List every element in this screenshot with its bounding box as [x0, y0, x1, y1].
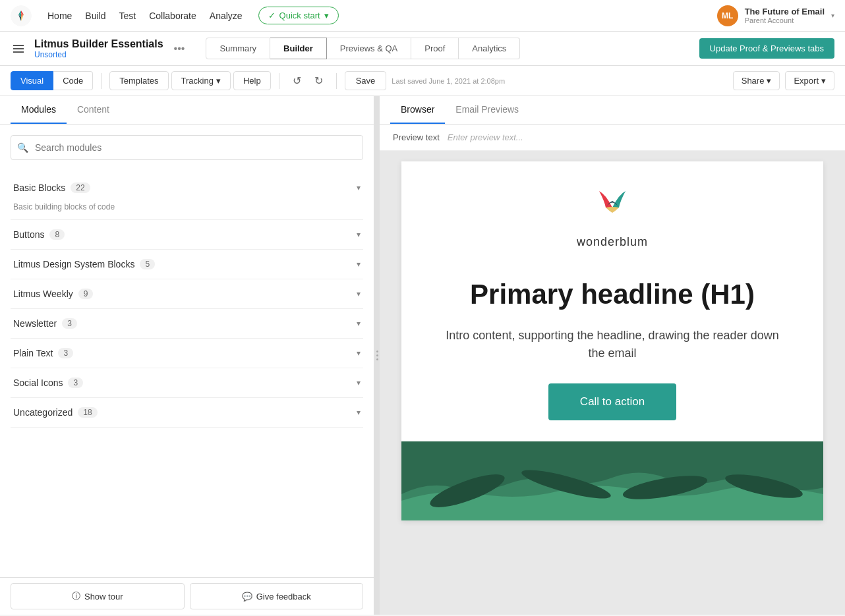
- feedback-icon: 💬: [242, 592, 252, 602]
- modules-tab[interactable]: Modules: [11, 96, 67, 124]
- module-count-plain-text: 3: [58, 348, 73, 358]
- module-group-litmus-design: Litmus Design System Blocks 5 ▾: [11, 250, 363, 279]
- module-group-title-newsletter: Newsletter: [13, 318, 57, 329]
- module-group-title-social-icons: Social Icons: [13, 378, 63, 388]
- tab-summary[interactable]: Summary: [206, 38, 270, 59]
- account-chevron-icon[interactable]: ▾: [831, 12, 834, 19]
- resize-handle[interactable]: [374, 96, 380, 615]
- tab-analytics[interactable]: Analytics: [459, 38, 520, 59]
- main-tabs: Summary Builder Previews & QA Proof Anal…: [206, 38, 520, 59]
- module-group-newsletter: Newsletter 3 ▾: [11, 309, 363, 339]
- doc-title: Litmus Builder Essentials: [34, 38, 163, 50]
- content-tab[interactable]: Content: [67, 96, 120, 124]
- nav-analyze[interactable]: Analyze: [210, 8, 243, 24]
- main-layout: Modules Content 🔍 Basic Blocks 22 ▾ Basi…: [0, 96, 845, 615]
- search-wrap: 🔍: [11, 135, 363, 160]
- right-panel: Browser Email Previews Preview text Ente…: [380, 96, 845, 615]
- update-proof-previews-button[interactable]: Update Proof & Previews tabs: [699, 38, 834, 59]
- help-button[interactable]: Help: [233, 71, 271, 90]
- panel-content: 🔍 Basic Blocks 22 ▾ Basic building block…: [0, 125, 374, 577]
- module-group-header-social-icons[interactable]: Social Icons 3 ▾: [11, 368, 363, 397]
- doc-info: Litmus Builder Essentials Unsorted: [34, 38, 163, 59]
- view-mode-group: Visual Code: [11, 71, 93, 90]
- export-chevron-icon: ▾: [821, 76, 826, 86]
- email-cta-button[interactable]: Call to action: [548, 383, 676, 420]
- module-count-uncategorized: 18: [78, 407, 97, 418]
- right-panel-tabs: Browser Email Previews: [380, 96, 845, 125]
- email-preview: wonderblum Primary headline (H1) Intro c…: [401, 161, 823, 520]
- nav-home[interactable]: Home: [47, 8, 72, 24]
- preview-text-input[interactable]: Enter preview text...: [448, 132, 523, 142]
- email-fern-image: [401, 441, 823, 520]
- module-count-litmus-design: 5: [140, 259, 155, 269]
- share-chevron-icon: ▾: [767, 76, 771, 86]
- module-group-header-plain-text[interactable]: Plain Text 3 ▾: [11, 339, 363, 368]
- module-group-header-litmus-design[interactable]: Litmus Design System Blocks 5 ▾: [11, 250, 363, 279]
- visual-button[interactable]: Visual: [11, 71, 53, 90]
- save-button[interactable]: Save: [345, 71, 387, 90]
- last-saved-text: Last saved June 1, 2021 at 2:08pm: [392, 77, 505, 85]
- module-group-header-litmus-weekly[interactable]: Litmus Weekly 9 ▾: [11, 279, 363, 308]
- give-feedback-button[interactable]: 💬 Give feedback: [190, 583, 364, 609]
- redo-button[interactable]: ↻: [309, 70, 328, 91]
- chevron-down-icon-social-icons: ▾: [357, 378, 361, 387]
- chevron-down-icon-newsletter: ▾: [357, 319, 361, 328]
- module-group-header-basic-blocks[interactable]: Basic Blocks 22 ▾: [11, 173, 363, 202]
- code-button[interactable]: Code: [53, 71, 93, 90]
- tab-previews-qa[interactable]: Previews & QA: [327, 38, 411, 59]
- module-group-plain-text: Plain Text 3 ▾: [11, 339, 363, 368]
- chevron-down-icon: ▾: [324, 11, 329, 20]
- second-row: Litmus Builder Essentials Unsorted ••• S…: [0, 32, 845, 66]
- tour-icon: ⓘ: [72, 590, 80, 602]
- doc-subtitle[interactable]: Unsorted: [34, 50, 163, 59]
- preview-text-label: Preview text: [393, 132, 440, 142]
- nav-links: Home Build Test Collaborate Analyze: [47, 8, 243, 24]
- module-group-title-basic-blocks: Basic Blocks: [13, 182, 65, 193]
- chevron-down-icon-litmus-weekly: ▾: [357, 289, 361, 298]
- module-group-uncategorized: Uncategorized 18 ▾: [11, 398, 363, 428]
- chevron-down-icon-uncategorized: ▾: [357, 408, 361, 417]
- nav-test[interactable]: Test: [119, 8, 136, 24]
- module-group-basic-blocks: Basic Blocks 22 ▾ Basic building blocks …: [11, 173, 363, 220]
- search-input[interactable]: [11, 135, 363, 160]
- module-group-desc-basic-blocks: Basic building blocks of code: [11, 202, 363, 219]
- module-group-title-buttons: Buttons: [13, 229, 44, 240]
- account-name: The Future of Email: [745, 7, 825, 16]
- nav-build[interactable]: Build: [85, 8, 105, 24]
- browser-tab[interactable]: Browser: [390, 96, 445, 124]
- preview-text-bar: Preview text Enter preview text...: [380, 125, 845, 151]
- email-headline: Primary headline (H1): [401, 262, 823, 316]
- account-sub: Parent Account: [745, 16, 825, 24]
- email-previews-tab[interactable]: Email Previews: [445, 96, 529, 124]
- chevron-down-icon-plain-text: ▾: [357, 349, 361, 358]
- nav-collaborate[interactable]: Collaborate: [149, 8, 196, 24]
- separator-1: [101, 73, 102, 89]
- tab-proof[interactable]: Proof: [411, 38, 459, 59]
- export-button[interactable]: Export ▾: [785, 71, 834, 90]
- show-tour-button[interactable]: ⓘ Show tour: [11, 583, 185, 609]
- tracking-button[interactable]: Tracking ▾: [171, 71, 231, 90]
- chevron-down-icon-litmus-design: ▾: [357, 260, 361, 269]
- tab-builder[interactable]: Builder: [270, 38, 327, 59]
- module-group-social-icons: Social Icons 3 ▾: [11, 368, 363, 398]
- left-panel: Modules Content 🔍 Basic Blocks 22 ▾ Basi…: [0, 96, 374, 615]
- tracking-chevron-icon: ▾: [216, 76, 221, 86]
- share-button[interactable]: Share ▾: [733, 71, 780, 90]
- email-intro: Intro content, supporting the headline, …: [401, 316, 823, 378]
- email-header: wonderblum: [401, 161, 823, 262]
- module-count-basic-blocks: 22: [71, 182, 90, 193]
- hamburger-menu[interactable]: [11, 42, 26, 55]
- templates-button[interactable]: Templates: [109, 71, 168, 90]
- quick-start-button[interactable]: ✓ Quick start ▾: [258, 7, 339, 24]
- module-group-title-litmus-weekly: Litmus Weekly: [13, 289, 73, 299]
- module-group-title-uncategorized: Uncategorized: [13, 407, 73, 418]
- brand-name: wonderblum: [415, 235, 810, 249]
- module-group-header-newsletter[interactable]: Newsletter 3 ▾: [11, 309, 363, 338]
- dots-menu-icon[interactable]: •••: [174, 43, 185, 55]
- module-group-title-litmus-design: Litmus Design System Blocks: [13, 259, 134, 269]
- module-group-header-uncategorized[interactable]: Uncategorized 18 ▾: [11, 398, 363, 427]
- separator-2: [279, 73, 279, 89]
- module-count-buttons: 8: [49, 229, 65, 240]
- undo-button[interactable]: ↺: [287, 70, 306, 91]
- module-group-header-buttons[interactable]: Buttons 8 ▾: [11, 220, 363, 249]
